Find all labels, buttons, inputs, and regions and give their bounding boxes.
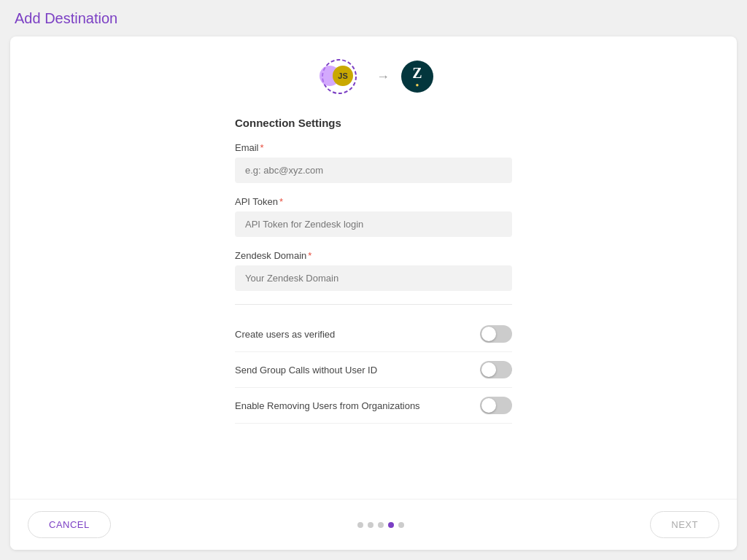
cancel-button[interactable]: CANCEL	[28, 511, 111, 538]
email-group: Email*	[235, 142, 512, 183]
form-section: Connection Settings Email* API Token* Ze…	[235, 117, 512, 424]
js-label: JS	[338, 71, 347, 80]
pagination-dot-4	[398, 522, 404, 528]
divider	[235, 304, 512, 305]
pagination-dot-3	[388, 522, 394, 528]
pagination-dots	[357, 522, 404, 528]
pagination-dot-1	[368, 522, 374, 528]
card-footer: CANCEL NEXT	[10, 499, 737, 550]
email-label: Email*	[235, 142, 512, 153]
toggle-label-2: Enable Removing Users from Organizations	[235, 400, 420, 411]
pagination-dot-0	[357, 522, 363, 528]
api-token-group: API Token*	[235, 196, 512, 237]
arrow-icon: →	[376, 69, 390, 85]
zendesk-dot: ●	[416, 82, 419, 88]
card-content: JS → Z ● Connection Settings Email*	[10, 36, 737, 499]
logo-row: JS → Z ●	[314, 58, 433, 95]
main-card: JS → Z ● Connection Settings Email*	[10, 36, 737, 550]
zendesk-domain-group: Zendesk Domain*	[235, 250, 512, 291]
toggle-container: Create users as verified Send Group Call…	[235, 316, 512, 424]
zendesk-z-label: Z	[412, 66, 422, 80]
section-title: Connection Settings	[235, 117, 512, 129]
toggle-switch-0[interactable]	[480, 325, 512, 343]
pagination-dot-2	[378, 522, 384, 528]
toggle-label-1: Send Group Calls without User ID	[235, 365, 377, 376]
source-logo: JS	[314, 58, 365, 95]
toggle-row-2: Enable Removing Users from Organizations	[235, 388, 512, 424]
zendesk-logo: Z ●	[401, 61, 433, 93]
toggle-row-0: Create users as verified	[235, 316, 512, 352]
email-input[interactable]	[235, 158, 512, 183]
page-title: Add Destination	[15, 10, 117, 27]
toggle-row-1: Send Group Calls without User ID	[235, 352, 512, 388]
zendesk-domain-label: Zendesk Domain*	[235, 250, 512, 261]
toggle-label-0: Create users as verified	[235, 329, 335, 340]
api-token-input[interactable]	[235, 211, 512, 237]
zendesk-domain-input[interactable]	[235, 265, 512, 291]
toggle-switch-1[interactable]	[480, 361, 512, 378]
api-token-label: API Token*	[235, 196, 512, 207]
toggle-switch-2[interactable]	[480, 397, 512, 414]
next-button[interactable]: NEXT	[650, 511, 719, 538]
js-circle: JS	[333, 66, 353, 86]
